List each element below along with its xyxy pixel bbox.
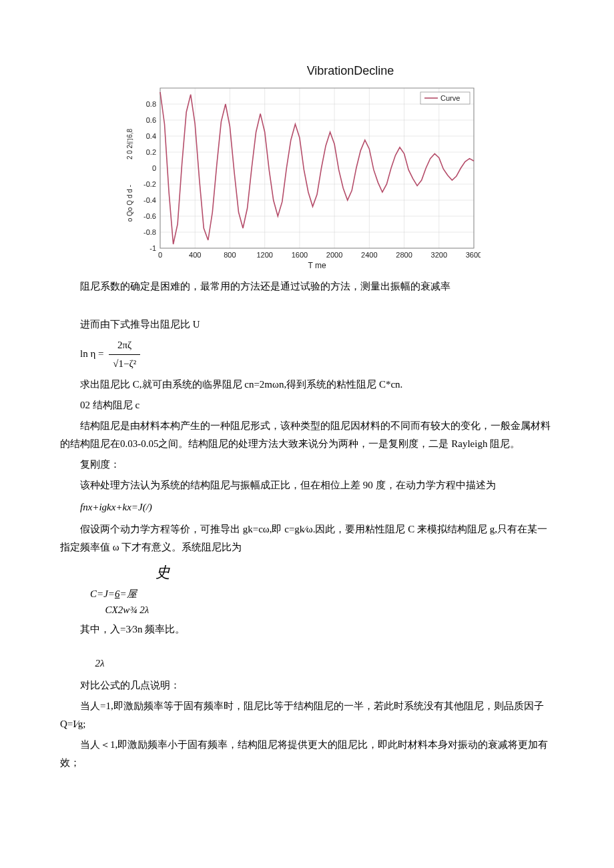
svg-text:2800: 2800 (396, 251, 412, 259)
svg-text:-0.4: -0.4 (143, 196, 156, 204)
paragraph: 当人＜1,即激励频率小于固有频率，结构阻尼将提供更大的阻尼比，即此时材料本身对振… (60, 736, 554, 772)
svg-text:3600: 3600 (466, 251, 481, 259)
section-heading-02: 02 结构阻尼 c (60, 396, 554, 414)
svg-text:2000: 2000 (326, 251, 342, 259)
chart-title: VibrationDecline (147, 60, 554, 81)
svg-text:-0.6: -0.6 (143, 212, 156, 220)
svg-text:0: 0 (152, 164, 156, 172)
paragraph: 该种处理方法认为系统的结构阻尼与振幅成正比，但在相位上差 90 度，在动力学方程… (60, 476, 554, 494)
eq-part: =屋 (119, 588, 136, 599)
paragraph: 求出阻尼比 C,就可由系统的临界阻尼 cn=2mωn,得到系统的粘性阻尼 C*c… (60, 376, 554, 394)
paragraph: 假设两个动力学方程等价，可推导出 gk=cω,即 c=gk⁄ω.因此，要用粘性阻… (60, 520, 554, 556)
spacer (60, 298, 554, 313)
eq-fancy-char: 史 (156, 559, 554, 586)
eq-line: CX2w¾ 2λ (105, 604, 149, 615)
svg-text:0.4: 0.4 (146, 132, 156, 140)
vibration-decline-chart: 04008001200160020002400280032003600-1-0.… (120, 84, 481, 271)
paragraph: 对比公式的几点说明： (60, 677, 554, 695)
equation-ln-eta: ln η = 2πζ √1−ζ² (80, 336, 554, 373)
svg-text:-1: -1 (149, 244, 156, 252)
svg-text:-0.8: -0.8 (143, 228, 156, 236)
svg-text:0.2: 0.2 (146, 148, 156, 156)
svg-text:0.8: 0.8 (146, 100, 156, 108)
svg-text:3200: 3200 (431, 251, 447, 259)
svg-text:1600: 1600 (292, 251, 308, 259)
svg-text:2400: 2400 (361, 251, 377, 259)
eq-numerator: 2πζ (109, 336, 140, 355)
document-page: VibrationDecline 04008001200160020002400… (0, 0, 614, 815)
equation-2lambda: 2λ (95, 655, 555, 673)
paragraph: 当人=1,即激励频率等于固有频率时，阻尼比等于结构阻尼的一半，若此时系统没有其他… (60, 697, 554, 733)
paragraph: 复刚度： (60, 456, 554, 474)
svg-text:0.6: 0.6 (146, 116, 156, 124)
spacer (60, 641, 554, 650)
svg-text:Curve: Curve (440, 94, 460, 102)
paragraph: 进而由下式推导出阻尼比 U (60, 316, 554, 334)
svg-text:2 0 2们6,8: 2 0 2们6,8 (126, 129, 133, 160)
equation-block-ratio: 史 C=J=6=屋 CX2w¾ 2λ (60, 559, 554, 618)
svg-text:1200: 1200 (256, 251, 272, 259)
svg-text:T me: T me (308, 261, 326, 270)
svg-text:400: 400 (189, 251, 201, 259)
caption-after-chart: 阻尼系数的确定是困难的，最常用的方法还是通过试验的方法，测量出振幅的衰减率 (60, 278, 554, 296)
svg-text:o Qo Q d d -: o Qo Q d d - (126, 185, 133, 222)
paragraph: 结构阻尼是由材料本构产生的一种阻尼形式，该种类型的阻尼因材料的不同而有较大的变化… (60, 417, 554, 453)
svg-text:800: 800 (224, 251, 236, 259)
chart-container: VibrationDecline 04008001200160020002400… (120, 60, 554, 271)
equation-fnx: fnx+igkx+kx=J(/) (80, 498, 554, 516)
eq-part: C=J= (90, 588, 115, 599)
svg-text:0: 0 (158, 251, 162, 259)
eq-left: ln η = (80, 348, 103, 359)
eq-denominator: √1−ζ² (109, 355, 140, 373)
svg-text:-0.2: -0.2 (143, 180, 156, 188)
paragraph: 其中，入=3⁄3n 频率比。 (60, 620, 554, 638)
